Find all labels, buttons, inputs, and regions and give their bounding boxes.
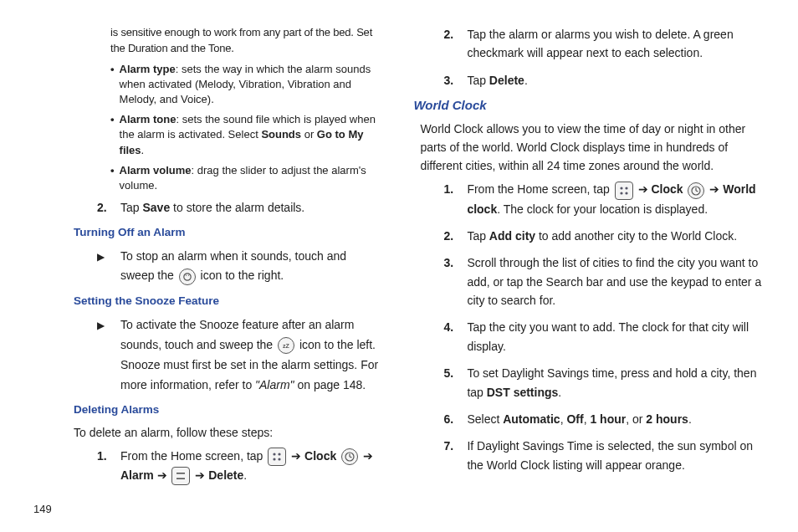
clock-icon [688, 182, 704, 199]
heading-turning-off: Turning Off an Alarm [74, 226, 380, 238]
bullet-alarm-tone: • Alarm tone: sets the sound file which … [110, 112, 380, 158]
svg-rect-12 [176, 478, 185, 480]
svg-point-14 [625, 187, 627, 189]
page-columns: is sensitive enough to work from any par… [33, 25, 765, 496]
svg-point-4 [274, 453, 276, 455]
svg-point-2 [188, 274, 189, 275]
snooze-step: ▶ To activate the Snooze feature after a… [97, 315, 380, 395]
apps-icon [268, 448, 286, 466]
wc-step-2: 2. Tap Add city to add another city to t… [443, 227, 765, 245]
bullet-dot: • [110, 62, 115, 108]
snooze-icon: zZ [278, 337, 294, 354]
svg-point-15 [620, 192, 622, 194]
svg-line-10 [350, 457, 352, 458]
left-column: is sensitive enough to work from any par… [33, 25, 380, 496]
svg-point-13 [620, 187, 622, 189]
menu-icon [171, 467, 190, 485]
bullet-dot: • [110, 163, 115, 193]
wc-step-7: 7. If Daylight Savings Time is selected,… [443, 437, 765, 474]
svg-point-0 [184, 273, 191, 279]
delete-step-2: 2. Tap the alarm or alarms you wish to d… [443, 25, 765, 63]
wc-step-4: 4. Tap the city you want to add. The clo… [443, 318, 765, 356]
bullet-dot: • [110, 112, 115, 158]
heading-deleting: Deleting Alarms [74, 403, 380, 416]
step-2-save: 2. Tap Save to store the alarm details. [97, 198, 380, 217]
turn-off-step: ▶ To stop an alarm when it sounds, touch… [97, 247, 380, 287]
heading-world-clock: World Clock [413, 98, 765, 112]
wc-step-1: 1. From the Home screen, tap ➔ Clock ➔ W… [443, 180, 765, 218]
bullet-alarm-type: • Alarm type: sets the way in which the … [110, 62, 380, 108]
intro-fragment: is sensitive enough to work from any par… [110, 25, 380, 57]
svg-point-7 [279, 458, 281, 460]
alarm-dismiss-icon [179, 269, 196, 285]
heading-snooze: Setting the Snooze Feature [74, 294, 380, 307]
right-column: 2. Tap the alarm or alarms you wish to d… [420, 25, 765, 496]
wc-step-3: 3. Scroll through the list of cities to … [443, 253, 765, 309]
bullet-alarm-volume: • Alarm volume: drag the slider to adjus… [110, 163, 380, 193]
svg-rect-11 [176, 473, 185, 474]
wc-step-6: 6. Select Automatic, Off, 1 hour, or 2 h… [443, 410, 765, 428]
svg-point-6 [274, 458, 276, 460]
wc-step-5: 5. To set Daylight Savings time, press a… [443, 364, 765, 402]
delete-step-1: 1. From the Home screen, tap ➔ Clock ➔ A… [97, 447, 380, 486]
page-number: 149 [33, 503, 765, 515]
delete-intro: To delete an alarm, follow these steps: [74, 424, 380, 441]
svg-point-16 [625, 192, 627, 194]
delete-step-3: 3. Tap Delete. [443, 71, 765, 90]
apps-icon [615, 182, 633, 200]
svg-text:zZ: zZ [283, 343, 290, 349]
world-clock-intro: World Clock allows you to view the time … [420, 120, 765, 175]
clock-icon [341, 448, 358, 465]
svg-point-5 [279, 453, 281, 455]
svg-point-1 [186, 274, 187, 275]
svg-line-19 [696, 191, 698, 192]
